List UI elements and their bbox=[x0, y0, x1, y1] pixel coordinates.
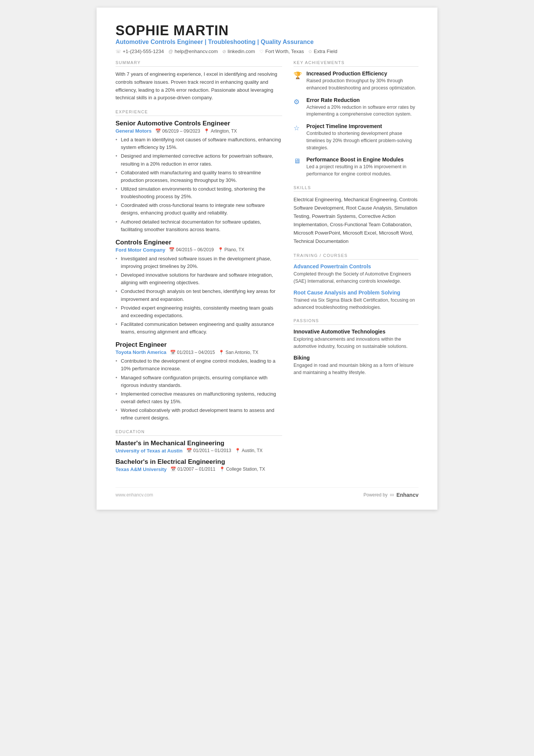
bullet: Utilized simulation environments to cond… bbox=[116, 185, 282, 200]
achievement-3-title: Performance Boost in Engine Modules bbox=[306, 157, 418, 163]
pin-icon-1: 📍 bbox=[218, 247, 223, 252]
contact-phone: ☏ +1-(234)-555-1234 bbox=[116, 49, 164, 54]
achievement-0-icon: 🏆 bbox=[294, 71, 303, 92]
job-0-date: 📅 06/2019 – 09/2023 bbox=[155, 128, 200, 134]
job-2-title: Project Engineer bbox=[116, 341, 282, 349]
location-text: Fort Worth, Texas bbox=[265, 49, 304, 54]
contact-location: ♡ Fort Worth, Texas bbox=[259, 49, 304, 54]
achievement-3-desc: Led a project resulting in a 10% improve… bbox=[306, 163, 418, 178]
achievement-2-icon: ☆ bbox=[294, 124, 303, 151]
experience-heading: EXPERIENCE bbox=[116, 110, 282, 116]
achievements-section: KEY ACHIEVEMENTS 🏆 Increased Production … bbox=[294, 60, 418, 178]
achievement-3-body: Performance Boost in Engine Modules Led … bbox=[306, 157, 418, 178]
course-1: Root Cause Analysis and Problem Solving … bbox=[294, 290, 418, 311]
achievement-0-title: Increased Production Efficiency bbox=[306, 70, 418, 77]
education-heading: EDUCATION bbox=[116, 429, 282, 436]
location-icon: ♡ bbox=[259, 49, 264, 54]
achievement-1-title: Error Rate Reduction bbox=[306, 97, 418, 103]
bullet: Managed software configuration projects,… bbox=[116, 374, 282, 389]
achievement-0-desc: Raised production throughput by 30% thro… bbox=[306, 77, 418, 92]
achievement-1-body: Error Rate Reduction Achieved a 20% redu… bbox=[306, 97, 418, 118]
bullet: Designed and implemented corrective acti… bbox=[116, 152, 282, 167]
job-2-location: 📍 San Antonio, TX bbox=[219, 350, 258, 355]
degree-1-title: Bachelor's in Electrical Engineering bbox=[116, 458, 282, 466]
degree-1: Bachelor's in Electrical Engineering Tex… bbox=[116, 458, 282, 472]
achievement-2: ☆ Project Timeline Improvement Contribut… bbox=[294, 123, 418, 151]
training-heading: TRAINING / COURSES bbox=[294, 253, 418, 260]
skills-heading: SKILLS bbox=[294, 185, 418, 192]
job-1-meta: Ford Motor Company 📅 04/2015 – 06/2019 📍… bbox=[116, 247, 282, 253]
calendar-icon-2: 📅 bbox=[170, 350, 176, 355]
bullet: Led a team in identifying root causes of… bbox=[116, 136, 282, 151]
achievement-0-body: Increased Production Efficiency Raised p… bbox=[306, 70, 418, 92]
skills-section: SKILLS Electrical Engineering, Mechanica… bbox=[294, 185, 418, 246]
degree-1-meta: Texas A&M University 📅 01/2007 – 01/2011… bbox=[116, 466, 282, 472]
right-column: KEY ACHIEVEMENTS 🏆 Increased Production … bbox=[294, 60, 418, 480]
calendar-icon-0: 📅 bbox=[155, 128, 161, 134]
course-1-title: Root Cause Analysis and Problem Solving bbox=[294, 290, 418, 296]
course-0-title: Advanced Powertrain Controls bbox=[294, 263, 418, 269]
passions-heading: PASSIONS bbox=[294, 318, 418, 325]
body-layout: SUMMARY With 7 years of engineering expe… bbox=[116, 60, 418, 480]
passion-0-title: Innovative Automotive Technologies bbox=[294, 329, 418, 335]
extra-icon: ✩ bbox=[308, 49, 312, 54]
calendar-edu-1: 📅 bbox=[170, 466, 177, 472]
course-0: Advanced Powertrain Controls Completed t… bbox=[294, 263, 418, 285]
bullet: Developed innovative solutions for hardw… bbox=[116, 271, 282, 286]
bullet: Collaborated with manufacturing and qual… bbox=[116, 169, 282, 184]
passion-0-desc: Exploring advancements and innovations w… bbox=[294, 336, 418, 350]
job-2-meta: Toyota North America 📅 01/2013 – 04/2015… bbox=[116, 349, 282, 355]
job-1-date: 📅 04/2015 – 06/2019 bbox=[169, 247, 214, 252]
job-1: Controls Engineer Ford Motor Company 📅 0… bbox=[116, 239, 282, 336]
degree-0-date: 📅 01/2011 – 01/2013 bbox=[186, 448, 231, 454]
degree-1-school: Texas A&M University bbox=[116, 466, 167, 472]
training-section: TRAINING / COURSES Advanced Powertrain C… bbox=[294, 253, 418, 311]
job-1-bullets: Investigated and resolved software issue… bbox=[116, 255, 282, 336]
job-0-title: Senior Automotive Controls Engineer bbox=[116, 120, 282, 127]
passion-1-desc: Engaged in road and mountain biking as a… bbox=[294, 362, 418, 376]
job-2-date: 📅 01/2013 – 04/2015 bbox=[170, 350, 215, 355]
linkedin-icon: ⊘ bbox=[222, 49, 226, 54]
skills-text: Electrical Engineering, Mechanical Engin… bbox=[294, 196, 418, 246]
linkedin-text: linkedin.com bbox=[228, 49, 255, 54]
phone-icon: ☏ bbox=[116, 49, 121, 54]
bullet: Authored detailed technical documentatio… bbox=[116, 218, 282, 233]
achievement-1-icon: ⚙ bbox=[294, 98, 303, 118]
education-section: EDUCATION Master's in Mechanical Enginee… bbox=[116, 429, 282, 472]
footer: www.enhancv.com Powered by ∞ Enhancv bbox=[116, 487, 418, 498]
degree-1-location: 📍 College Station, TX bbox=[219, 466, 265, 472]
bullet: Conducted thorough analysis on test benc… bbox=[116, 288, 282, 303]
resume-container: SOPHIE MARTIN Automotive Controls Engine… bbox=[97, 8, 437, 510]
achievement-0: 🏆 Increased Production Efficiency Raised… bbox=[294, 70, 418, 92]
contact-extra: ✩ Extra Field bbox=[308, 49, 337, 54]
enhancv-brand-name: Enhancv bbox=[397, 492, 418, 498]
degree-0-meta: University of Texas at Austin 📅 01/2011 … bbox=[116, 448, 282, 454]
job-2-bullets: Contributed to the development of engine… bbox=[116, 357, 282, 422]
degree-0-title: Master's in Mechanical Engineering bbox=[116, 440, 282, 447]
bullet: Coordinated with cross-functional teams … bbox=[116, 202, 282, 217]
passion-1-title: Biking bbox=[294, 355, 418, 361]
degree-0-school: University of Texas at Austin bbox=[116, 448, 183, 454]
contact-bar: ☏ +1-(234)-555-1234 @ help@enhancv.com ⊘… bbox=[116, 49, 418, 54]
bullet: Facilitated communication between engine… bbox=[116, 321, 282, 336]
footer-website: www.enhancv.com bbox=[116, 492, 153, 498]
achievement-1-desc: Achieved a 20% reduction in software err… bbox=[306, 104, 418, 118]
candidate-name: SOPHIE MARTIN bbox=[116, 23, 418, 39]
job-1-company: Ford Motor Company bbox=[116, 247, 165, 253]
pin-edu-0: 📍 bbox=[235, 448, 242, 453]
bullet: Investigated and resolved software issue… bbox=[116, 255, 282, 270]
header: SOPHIE MARTIN Automotive Controls Engine… bbox=[116, 23, 418, 54]
degree-0-location: 📍 Austin, TX bbox=[235, 448, 262, 454]
email-text: help@enhancv.com bbox=[175, 49, 218, 54]
job-1-location: 📍 Plano, TX bbox=[218, 247, 244, 252]
bullet: Implemented corrective measures on malfu… bbox=[116, 390, 282, 405]
course-0-desc: Completed through the Society of Automot… bbox=[294, 271, 418, 285]
job-2-company: Toyota North America bbox=[116, 349, 166, 355]
achievements-heading: KEY ACHIEVEMENTS bbox=[294, 60, 418, 67]
passion-0: Innovative Automotive Technologies Explo… bbox=[294, 329, 418, 350]
phone-text: +1-(234)-555-1234 bbox=[123, 49, 164, 54]
achievement-2-desc: Contributed to shortening development ph… bbox=[306, 130, 418, 151]
job-1-title: Controls Engineer bbox=[116, 239, 282, 246]
achievement-1: ⚙ Error Rate Reduction Achieved a 20% re… bbox=[294, 97, 418, 118]
contact-email: @ help@enhancv.com bbox=[169, 49, 218, 54]
